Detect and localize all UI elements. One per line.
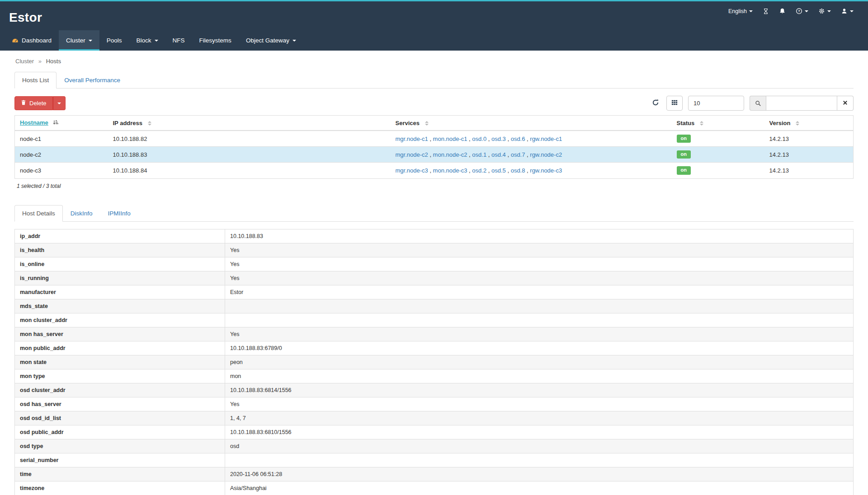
language-label: English (728, 8, 747, 14)
detail-row: is_healthYes (15, 243, 854, 257)
column-toggle-button[interactable] (666, 96, 683, 111)
service-link[interactable]: osd.6 (511, 135, 525, 142)
detail-key: mon state (15, 355, 225, 369)
status-cell: on (672, 163, 764, 178)
detail-row: time2020-11-06 06:51:28 (15, 467, 854, 481)
detail-value: Asia/Shanghai (225, 481, 854, 495)
detail-row: ip_addr10.10.188.83 (15, 229, 854, 243)
main-nav: Dashboard Cluster Pools Block NFS Filesy… (0, 30, 868, 51)
topbar-utilities: English ? (728, 8, 854, 14)
language-dropdown[interactable]: English (728, 8, 753, 14)
detail-row: manufacturerEstor (15, 285, 854, 299)
service-link[interactable]: osd.0 (472, 135, 486, 142)
nav-label: NFS (173, 37, 185, 44)
delete-dropdown-toggle[interactable] (53, 96, 66, 110)
service-link[interactable]: mgr.node-c2 (396, 151, 428, 158)
service-link[interactable]: mon.node-c2 (433, 151, 467, 158)
refresh-button[interactable] (650, 97, 661, 109)
detail-row: osd public_addr10.10.188.83:6810/1556 (15, 425, 854, 439)
service-link[interactable]: rgw.node-c2 (530, 151, 562, 158)
chevron-down-icon (89, 40, 92, 42)
service-link[interactable]: osd.4 (491, 151, 506, 158)
nav-item-dashboard[interactable]: Dashboard (5, 30, 59, 51)
nav-item-cluster[interactable]: Cluster (59, 30, 99, 51)
nav-item-pools[interactable]: Pools (99, 30, 129, 51)
tasks-button[interactable] (763, 8, 769, 14)
table-row-node-c3[interactable]: node-c3 10.10.188.84 mgr.node-c3 , mon.n… (15, 163, 854, 178)
sort-asc-icon (53, 120, 58, 126)
nav-item-filesystems[interactable]: Filesystems (192, 30, 239, 51)
search-input[interactable] (766, 96, 837, 111)
service-link[interactable]: mgr.node-c3 (396, 167, 428, 174)
nav-label: Dashboard (22, 37, 52, 44)
nav-item-object-gateway[interactable]: Object Gateway (239, 30, 303, 51)
detail-row: osd has_serverYes (15, 397, 854, 411)
nav-item-nfs[interactable]: NFS (165, 30, 192, 51)
version-cell: 14.2.13 (764, 131, 854, 147)
search-icon (750, 96, 766, 111)
detail-key: serial_number (15, 453, 225, 467)
detail-key: mon has_server (15, 327, 225, 341)
chevron-down-icon (57, 103, 61, 104)
detail-key: osd public_addr (15, 425, 225, 439)
column-header-version[interactable]: Version (764, 116, 854, 131)
detail-row: mds_state (15, 299, 854, 313)
detail-key: mon cluster_addr (15, 313, 225, 327)
tab-diskinfo[interactable]: DiskInfo (63, 205, 100, 222)
notifications-button[interactable] (779, 8, 786, 14)
status-badge: on (677, 135, 691, 143)
help-dropdown[interactable]: ? (796, 8, 808, 14)
column-header-status[interactable]: Status (672, 116, 764, 131)
detail-value: 10.10.188.83:6814/1556 (225, 383, 854, 397)
nav-item-block[interactable]: Block (129, 30, 165, 51)
detail-key: manufacturer (15, 285, 225, 299)
breadcrumb: Cluster » Hosts (14, 51, 854, 66)
svg-text:?: ? (798, 9, 800, 13)
detail-value: 10.10.188.83:6789/0 (225, 341, 854, 355)
search-group (750, 96, 854, 111)
services-cell: mgr.node-c3 , mon.node-c3 , osd.2 , osd.… (391, 163, 672, 178)
service-link[interactable]: osd.7 (511, 151, 525, 158)
service-link[interactable]: mon.node-c3 (433, 167, 467, 174)
delete-split-button: Delete (14, 96, 66, 110)
tab-ipmiinfo[interactable]: IPMIInfo (100, 205, 138, 222)
service-link[interactable]: rgw.node-c3 (530, 167, 562, 174)
detail-key: mon type (15, 369, 225, 383)
service-link[interactable]: osd.3 (491, 135, 506, 142)
service-link[interactable]: rgw.node-c1 (530, 135, 562, 142)
service-link[interactable]: osd.5 (491, 167, 506, 174)
detail-key: mon public_addr (15, 341, 225, 355)
delete-button[interactable]: Delete (14, 96, 53, 110)
settings-dropdown[interactable] (818, 8, 831, 14)
table-row-node-c1[interactable]: node-c1 10.10.188.82 mgr.node-c1 , mon.n… (15, 131, 854, 147)
detail-value: mon (225, 369, 854, 383)
detail-value (225, 313, 854, 327)
breadcrumb-item-cluster[interactable]: Cluster (15, 58, 34, 65)
sort-icon (425, 121, 429, 126)
detail-value: Yes (225, 327, 854, 341)
tab-overall-performance[interactable]: Overall Performance (57, 72, 128, 89)
detail-key: osd osd_id_list (15, 411, 225, 425)
service-link[interactable]: osd.8 (511, 167, 525, 174)
tab-hosts-list[interactable]: Hosts List (14, 72, 57, 89)
help-icon: ? (796, 8, 802, 14)
chevron-down-icon (292, 40, 296, 42)
detail-value (225, 453, 854, 467)
service-link[interactable]: mon.node-c1 (433, 135, 467, 142)
clear-search-button[interactable] (837, 96, 854, 111)
service-link[interactable]: mgr.node-c1 (396, 135, 428, 142)
tab-host-details[interactable]: Host Details (14, 205, 63, 222)
service-link[interactable]: osd.2 (472, 167, 486, 174)
detail-value: Yes (225, 257, 854, 271)
table-row-node-c2[interactable]: node-c2 10.10.188.83 mgr.node-c2 , mon.n… (15, 147, 854, 163)
service-link[interactable]: osd.1 (472, 151, 486, 158)
user-dropdown[interactable] (841, 8, 854, 14)
page-size-input[interactable] (688, 96, 744, 111)
version-cell: 14.2.13 (764, 163, 854, 178)
column-header-hostname[interactable]: Hostname (15, 116, 108, 131)
detail-value: Yes (225, 243, 854, 257)
column-header-ip[interactable]: IP address (108, 116, 391, 131)
hostname-cell: node-c2 (15, 147, 108, 163)
column-header-services[interactable]: Services (391, 116, 672, 131)
chevron-down-icon (827, 10, 831, 12)
